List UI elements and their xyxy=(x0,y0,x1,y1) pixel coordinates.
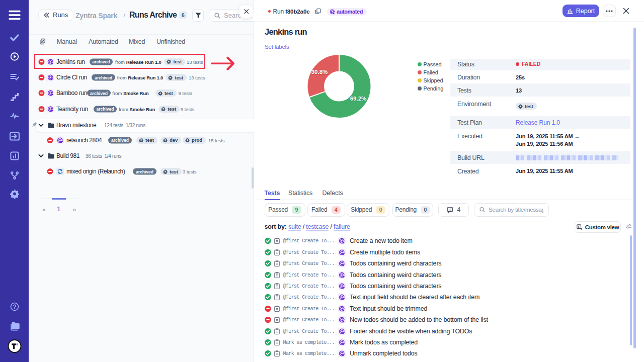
svg-text:69.2%: 69.2% xyxy=(350,96,367,102)
svg-text:30.8%: 30.8% xyxy=(311,69,328,75)
